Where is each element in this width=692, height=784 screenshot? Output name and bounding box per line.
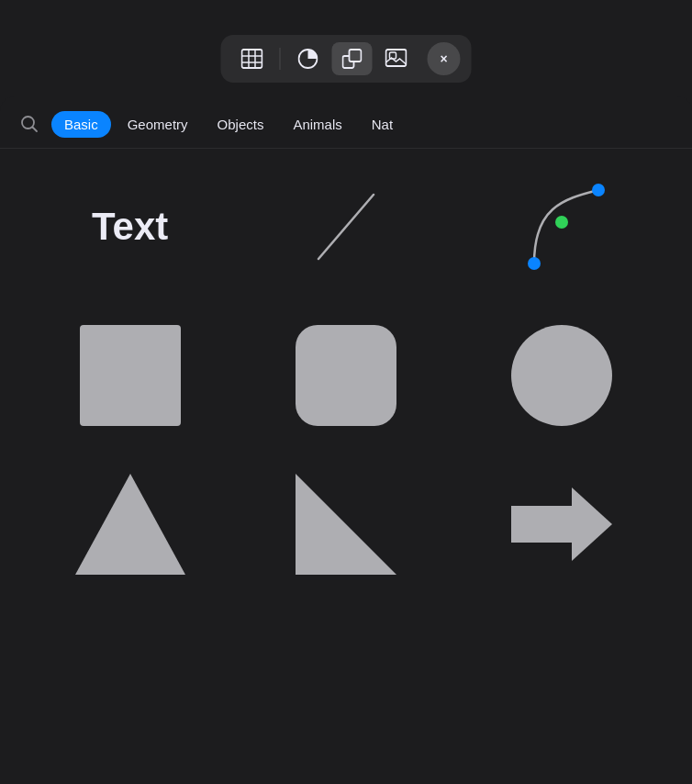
shapes-row-3 (22, 465, 670, 584)
svg-rect-0 (242, 50, 262, 68)
toolbar: × (221, 35, 472, 83)
text-shape-cell[interactable]: Text (57, 167, 204, 286)
svg-line-12 (318, 195, 374, 259)
right-triangle-shape (296, 474, 396, 575)
shapes-row-1: Text (22, 167, 670, 286)
arrow-shape-cell[interactable] (488, 465, 635, 584)
text-shape-label: Text (92, 205, 168, 249)
line-shape-cell[interactable] (273, 167, 419, 286)
square-shape-cell[interactable] (57, 316, 204, 435)
tab-geometry[interactable]: Geometry (115, 111, 201, 138)
category-bar: Basic Geometry Objects Animals Nat (0, 96, 692, 149)
circle-shape-cell[interactable] (488, 316, 635, 435)
curve-shape-cell[interactable] (488, 167, 635, 286)
tab-basic[interactable]: Basic (51, 111, 111, 138)
svg-point-13 (528, 257, 541, 270)
right-triangle-shape-cell[interactable] (273, 465, 419, 584)
tab-nature[interactable]: Nat (359, 111, 406, 138)
chart-button[interactable] (288, 42, 329, 75)
shapes-panel: Basic Geometry Objects Animals Nat Text (0, 96, 692, 784)
search-button[interactable] (15, 109, 44, 139)
svg-rect-7 (350, 50, 362, 62)
svg-point-14 (555, 216, 568, 229)
tab-objects[interactable]: Objects (205, 111, 277, 138)
svg-point-15 (592, 184, 605, 196)
tab-animals[interactable]: Animals (280, 111, 354, 138)
close-icon: × (440, 51, 447, 66)
rounded-square-shape (296, 325, 396, 426)
triangle-shape-cell[interactable] (57, 465, 204, 584)
table-button[interactable] (232, 42, 273, 75)
toolbar-divider (280, 48, 281, 70)
triangle-shape (75, 474, 185, 575)
arrow-shape (511, 487, 612, 561)
svg-line-11 (33, 128, 38, 132)
shapes-grid: Text (0, 149, 692, 770)
circle-shape (511, 325, 612, 426)
close-button[interactable]: × (428, 42, 461, 75)
shapes-row-2 (22, 316, 670, 435)
square-shape (80, 325, 181, 426)
rounded-square-shape-cell[interactable] (273, 316, 419, 435)
media-button[interactable] (376, 42, 417, 75)
shapes-button[interactable] (332, 42, 373, 75)
